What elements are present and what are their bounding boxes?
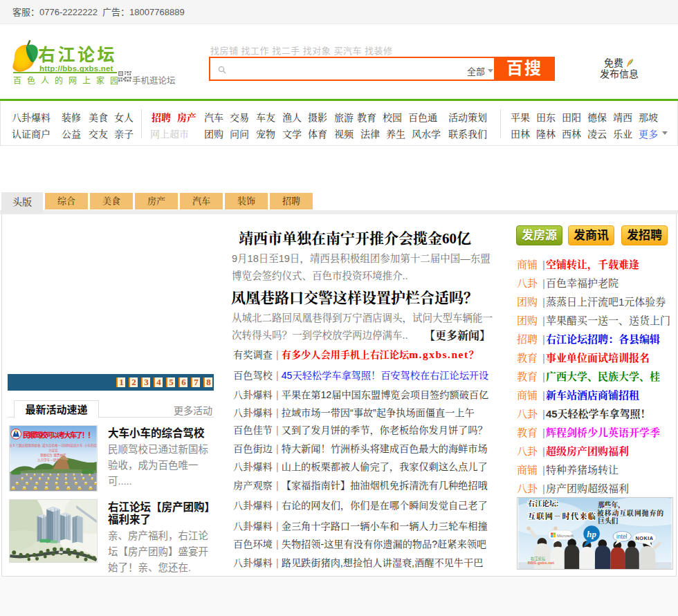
svg-text:互联网－时代来临: 互联网－时代来临	[528, 512, 596, 521]
svg-text:那些年，: 那些年，	[598, 501, 625, 510]
svg-text:intel: intel	[616, 533, 627, 540]
svg-text:Microsoft: Microsoft	[557, 534, 574, 538]
svg-text:被移动互联网抛弃的: 被移动互联网抛弃的	[597, 509, 663, 517]
svg-text:为证实: 为证实	[48, 448, 58, 453]
svg-text:hp: hp	[587, 530, 596, 539]
svg-text:巨头们: 巨头们	[598, 516, 619, 525]
svg-text:NOKIA: NOKIA	[636, 535, 654, 541]
svg-text:民顺驾校可以考大车了！！: 民顺驾校可以考大车了！！	[23, 431, 95, 439]
svg-text:民顺驾校 6 兰圆出租限场验收, 成为百色唯一可同时培训大车: 民顺驾校 6 兰圆出租限场验收, 成为百色唯一可同时培训大车, 小车的综合驾校,	[9, 443, 98, 448]
svg-text:BBS.gxbs.net: BBS.gxbs.net	[528, 561, 554, 565]
svg-text:右江论坛:: 右江论坛:	[528, 499, 559, 507]
